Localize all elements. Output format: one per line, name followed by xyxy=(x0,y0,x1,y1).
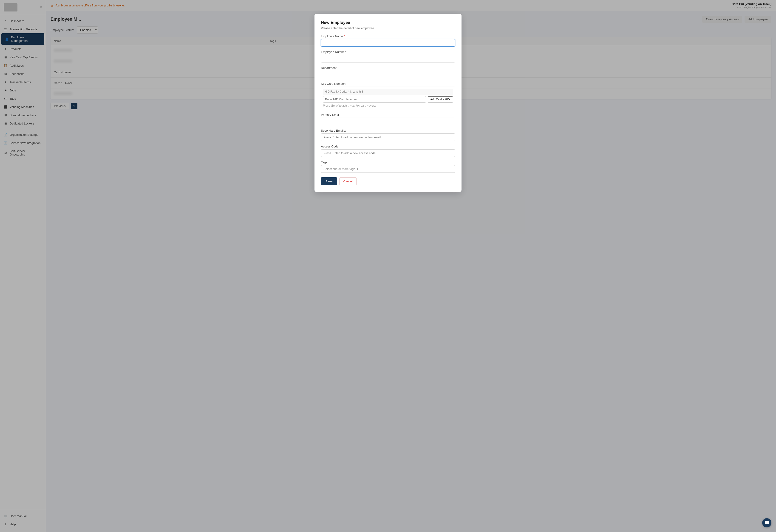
secondary-emails-group: Secondary Emails: xyxy=(321,129,455,141)
modal-footer: Save Cancel xyxy=(321,177,455,185)
employee-name-label: Employee Name:* xyxy=(321,34,455,38)
modal-subtitle: Please enter the detail of new employee xyxy=(321,26,455,30)
keycard-help-text: Press 'Enter' to add a new key card numb… xyxy=(323,104,453,107)
add-card-button[interactable]: Add Card – HID: xyxy=(428,97,453,103)
keycard-label: Key Card Number: xyxy=(321,82,455,85)
primary-email-group: Primary Email: xyxy=(321,113,455,125)
modal-overlay[interactable]: New Employee Please enter the detail of … xyxy=(0,0,776,532)
access-code-group: Access Code: xyxy=(321,145,455,157)
primary-email-input[interactable] xyxy=(321,118,455,125)
keycard-group: Key Card Number: HID Facility Code: 43, … xyxy=(321,82,455,109)
employee-name-group: Employee Name:* xyxy=(321,34,455,47)
secondary-emails-label: Secondary Emails: xyxy=(321,129,455,132)
required-star: * xyxy=(344,34,345,38)
employee-number-label: Employee Number: xyxy=(321,50,455,54)
chat-button[interactable] xyxy=(762,518,771,527)
tags-label: Tags: xyxy=(321,161,455,164)
employee-number-group: Employee Number: xyxy=(321,50,455,62)
employee-number-input[interactable] xyxy=(321,55,455,62)
keycard-number-input[interactable] xyxy=(323,96,426,103)
cancel-button[interactable]: Cancel xyxy=(339,177,356,185)
access-code-label: Access Code: xyxy=(321,145,455,148)
primary-email-label: Primary Email: xyxy=(321,113,455,117)
tags-placeholder: Select one or more tags ▼ xyxy=(324,167,359,171)
access-code-input[interactable] xyxy=(321,149,455,157)
tags-group: Tags: Select one or more tags ▼ xyxy=(321,161,455,173)
department-group: Department: xyxy=(321,66,455,78)
department-input[interactable] xyxy=(321,71,455,78)
tags-select[interactable]: Select one or more tags ▼ xyxy=(321,165,455,173)
modal-title: New Employee xyxy=(321,20,455,25)
new-employee-modal: New Employee Please enter the detail of … xyxy=(315,14,461,192)
keycard-input-row: Add Card – HID: xyxy=(323,96,453,103)
keycard-container: HID Facility Code: 43, Length 8 Add Card… xyxy=(321,86,455,109)
secondary-emails-input[interactable] xyxy=(321,134,455,141)
employee-name-input[interactable] xyxy=(321,39,455,47)
keycard-hint: HID Facility Code: 43, Length 8 xyxy=(323,89,453,95)
chat-icon xyxy=(765,521,769,525)
save-button[interactable]: Save xyxy=(321,177,337,185)
department-label: Department: xyxy=(321,66,455,69)
